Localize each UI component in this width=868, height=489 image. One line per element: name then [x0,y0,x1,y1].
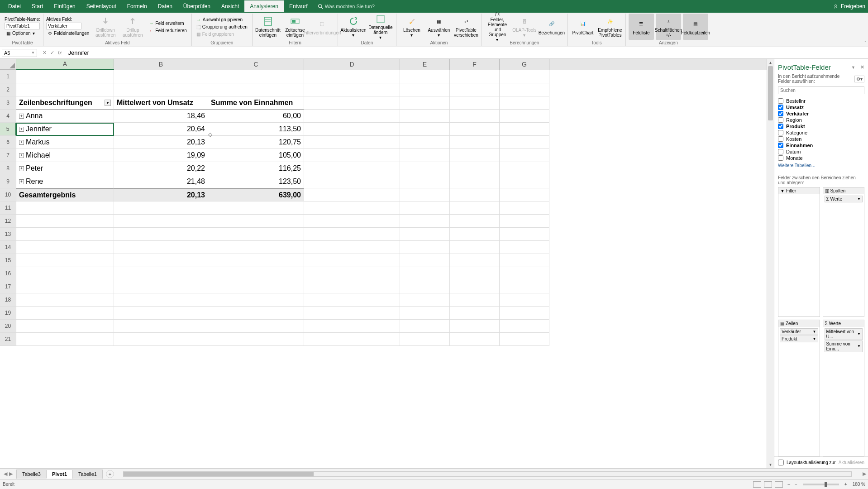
select-button[interactable]: ▦Auswählen ▾ [426,14,452,40]
page-layout-view-button[interactable] [764,481,772,488]
cell-B19[interactable] [114,307,208,320]
cell-C13[interactable] [208,228,304,241]
field-checkbox[interactable] [778,130,783,135]
buttons-toggle-button[interactable]: ±Schaltflächen +/- [656,14,681,40]
cell-A17[interactable] [16,280,114,293]
field-checkbox[interactable] [778,149,783,154]
cell-E3[interactable] [400,96,450,110]
move-pivot-button[interactable]: ⇄PivotTable verschieben [453,14,479,40]
cell-C5[interactable]: 113,50 [208,123,304,136]
cell-B12[interactable] [114,215,208,228]
change-source-button[interactable]: Datenquelle ändern ▾ [368,14,393,40]
row-header-20[interactable]: 20 [0,320,16,333]
cell-E11[interactable] [400,201,450,215]
name-box[interactable]: A5 ▼ [2,49,37,57]
fx-button[interactable]: fx [58,50,62,56]
cell-F1[interactable] [450,70,500,83]
cell-C4[interactable]: 60,00 [208,110,304,123]
column-header-F[interactable]: F [450,59,500,70]
cell-G16[interactable] [500,267,549,280]
row-labels-filter-button[interactable]: ▼ [105,100,111,106]
cell-D15[interactable] [304,254,400,267]
row-header-13[interactable]: 13 [0,228,16,241]
cell-D1[interactable] [304,70,400,83]
row-header-7[interactable]: 7 [0,149,16,162]
values-area[interactable]: ΣWerte Mittelwert von U...▼Summe von Ein… [823,320,865,457]
cell-F10[interactable] [450,188,500,201]
zoom-in-button[interactable]: + [844,482,847,487]
sheet-tab-tabelle3[interactable]: Tabelle3 [16,470,47,479]
spreadsheet-grid[interactable]: ABCDEFG 123Zeilenbeschriftungen▼Mittelwe… [0,59,767,468]
collapse-ribbon-button[interactable]: ˆ [865,41,866,46]
formula-input[interactable]: Jennifer [66,48,868,57]
row-header-4[interactable]: 4 [0,110,16,123]
cell-A12[interactable] [16,215,114,228]
cell-G11[interactable] [500,201,549,215]
row-header-6[interactable]: 6 [0,136,16,149]
tab-ansicht[interactable]: Ansicht [216,0,244,12]
cell-G20[interactable] [500,320,549,333]
field-region[interactable]: Region [778,117,864,123]
field-checkbox[interactable] [778,155,783,161]
cell-D20[interactable] [304,320,400,333]
tab-daten[interactable]: Daten [153,0,178,12]
active-field-input[interactable] [46,23,81,29]
cell-A15[interactable] [16,254,114,267]
recommended-pivot-button[interactable]: ✨Empfohlene PivotTables [597,14,623,40]
expand-button[interactable]: + [19,114,24,119]
row-header-19[interactable]: 19 [0,307,16,320]
cell-A18[interactable] [16,293,114,307]
cell-F3[interactable] [450,96,500,110]
cell-F6[interactable] [450,136,500,149]
row-header-18[interactable]: 18 [0,293,16,307]
column-header-A[interactable]: A [16,59,114,70]
cell-D16[interactable] [304,267,400,280]
field-settings-button[interactable]: ⚙ Feldeinstellungen [46,30,91,37]
cell-G21[interactable] [500,333,549,346]
fields-items-button[interactable]: ƒxFelder, Elemente und Gruppen ▾ [485,14,510,40]
cell-F18[interactable] [450,293,500,307]
cell-F4[interactable] [450,110,500,123]
field-kosten[interactable]: Kosten [778,136,864,142]
cell-C17[interactable] [208,280,304,293]
cell-A10[interactable]: Gesamtergebnis [16,188,114,201]
cell-D18[interactable] [304,293,400,307]
field-datum[interactable]: Datum [778,149,864,155]
field-checkbox[interactable] [778,136,783,142]
insert-slicer-button[interactable]: Datenschnitt einfügen [255,14,281,40]
cell-E16[interactable] [400,267,450,280]
row-header-16[interactable]: 16 [0,267,16,280]
cell-B1[interactable] [114,70,208,83]
defer-layout-checkbox[interactable] [778,460,784,465]
cell-G2[interactable] [500,83,549,96]
cell-A13[interactable] [16,228,114,241]
cell-B6[interactable]: 20,13 [114,136,208,149]
expand-button[interactable]: + [19,179,24,184]
column-header-G[interactable]: G [500,59,549,70]
cell-C16[interactable] [208,267,304,280]
cell-B16[interactable] [114,267,208,280]
cell-C15[interactable] [208,254,304,267]
cell-G10[interactable] [500,188,549,201]
cell-A20[interactable] [16,320,114,333]
cell-G4[interactable] [500,110,549,123]
cell-A6[interactable]: +Markus [16,136,114,149]
cell-G8[interactable] [500,162,549,175]
close-pane-button[interactable]: ✕ [860,64,864,70]
select-all-corner[interactable] [0,59,16,70]
cell-F15[interactable] [450,254,500,267]
row-header-14[interactable]: 14 [0,241,16,254]
column-header-D[interactable]: D [304,59,400,70]
row-header-5[interactable]: 5 [0,123,16,136]
cell-E13[interactable] [400,228,450,241]
cell-G17[interactable] [500,280,549,293]
cell-E18[interactable] [400,293,450,307]
cell-G12[interactable] [500,215,549,228]
row-header-12[interactable]: 12 [0,215,16,228]
cell-D11[interactable] [304,201,400,215]
tab-formeln[interactable]: Formeln [122,0,153,12]
tab-ueberpruefen[interactable]: Überprüfen [178,0,216,12]
field-verkäufer[interactable]: Verkäufer [778,110,864,117]
cancel-formula-button[interactable]: ✕ [43,50,47,56]
cell-A19[interactable] [16,307,114,320]
